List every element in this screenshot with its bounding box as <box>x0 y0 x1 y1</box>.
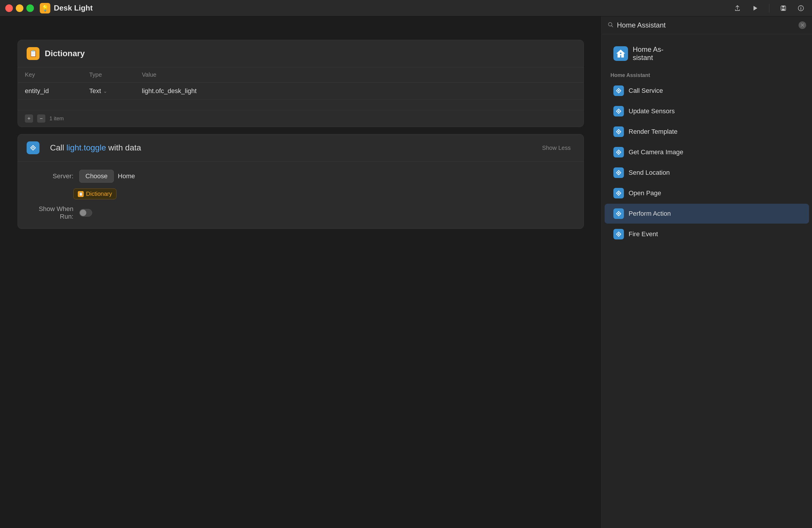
dictionary-card-header: 📋 Dictionary <box>18 40 583 67</box>
badge-label: Dictionary <box>86 190 112 197</box>
call-service-icon <box>613 85 624 96</box>
sidebar-app-name: Home As-sistant <box>633 45 663 62</box>
table-row[interactable]: entity_id Text ⌄ light.ofc_desk_light <box>18 83 583 100</box>
sidebar-item-fire-event[interactable]: Fire Event <box>605 224 809 244</box>
menu-label-update-sensors: Update Sensors <box>628 108 675 115</box>
menu-label-call-service: Call Service <box>628 87 663 95</box>
perform-action-icon <box>613 209 624 219</box>
ha-app-icon <box>613 46 628 61</box>
traffic-lights <box>5 4 34 12</box>
info-button[interactable] <box>795 2 807 14</box>
col-header-type: Type <box>82 67 135 83</box>
search-input[interactable] <box>617 21 795 29</box>
dictionary-badge-row: 📋 Dictionary <box>27 188 575 199</box>
sidebar-item-send-location[interactable]: Send Location <box>605 163 809 183</box>
sidebar-app-item-ha[interactable]: Home As-sistant <box>605 40 809 67</box>
render-template-icon <box>613 126 624 137</box>
item-count: 1 item <box>49 116 64 122</box>
menu-label-fire-event: Fire Event <box>628 230 658 238</box>
search-icon <box>608 22 613 29</box>
show-less-button[interactable]: Show Less <box>538 143 575 153</box>
svg-point-19 <box>618 233 620 235</box>
send-location-icon <box>613 168 624 178</box>
menu-label-perform-action: Perform Action <box>628 210 671 217</box>
sidebar-item-get-camera-image[interactable]: Get Camera Image <box>605 142 809 162</box>
sidebar-content: Home As-sistant Home Assistant Call Serv… <box>602 34 812 528</box>
server-label: Server: <box>27 172 73 180</box>
choose-button[interactable]: Choose <box>79 170 114 183</box>
sidebar-item-call-service[interactable]: Call Service <box>605 81 809 101</box>
play-button[interactable] <box>749 2 761 14</box>
menu-label-get-camera-image: Get Camera Image <box>628 148 683 156</box>
svg-point-17 <box>618 192 620 194</box>
search-clear-button[interactable]: ✕ <box>799 22 806 29</box>
svg-point-12 <box>618 90 620 91</box>
sidebar-item-perform-action[interactable]: Perform Action <box>605 204 809 224</box>
call-method: light.toggle <box>67 143 106 152</box>
titlebar: 💡 Desk Light <box>0 0 812 16</box>
open-page-icon <box>613 188 624 198</box>
menu-label-send-location: Send Location <box>628 169 670 176</box>
save-button[interactable] <box>778 2 789 14</box>
svg-point-8 <box>32 147 34 149</box>
dictionary-icon: 📋 <box>27 47 40 60</box>
dictionary-title: Dictionary <box>45 49 85 58</box>
table-empty-row <box>18 100 583 110</box>
dictionary-card: 📋 Dictionary Key Type Value entity_id <box>17 40 584 127</box>
dictionary-footer: + − 1 item <box>18 110 583 127</box>
get-camera-image-icon <box>613 147 624 157</box>
dictionary-badge[interactable]: 📋 Dictionary <box>73 188 116 199</box>
titlebar-actions <box>731 2 807 14</box>
svg-point-15 <box>618 152 620 153</box>
svg-point-6 <box>801 6 801 7</box>
sidebar-item-render-template[interactable]: Render Template <box>605 122 809 142</box>
call-body: Server: Choose Home 📋 Dictionary Show Wh… <box>18 161 583 229</box>
svg-point-13 <box>618 111 620 112</box>
content-area: 📋 Dictionary Key Type Value entity_id <box>0 16 601 528</box>
svg-point-11 <box>620 52 621 54</box>
svg-rect-2 <box>782 6 784 8</box>
call-card-header: Call light.toggle with data Show Less <box>18 134 583 161</box>
row-value: light.ofc_desk_light <box>135 83 583 100</box>
dictionary-table: Key Type Value entity_id Text ⌄ <box>18 67 583 110</box>
minimize-button[interactable] <box>16 4 24 12</box>
remove-item-button[interactable]: − <box>37 114 45 123</box>
call-card-left: Call light.toggle with data <box>27 141 141 154</box>
fullscreen-button[interactable] <box>26 4 34 12</box>
main-layout: 📋 Dictionary Key Type Value entity_id <box>0 16 812 528</box>
menu-label-open-page: Open Page <box>628 189 661 197</box>
svg-point-18 <box>618 213 620 215</box>
fire-event-icon <box>613 229 624 239</box>
call-icon <box>27 141 40 154</box>
titlebar-divider <box>769 4 769 13</box>
window-title: Desk Light <box>54 3 93 13</box>
col-header-key: Key <box>18 67 82 83</box>
toggle-knob <box>80 210 86 216</box>
call-label: Call light.toggle with data <box>50 143 141 153</box>
svg-rect-3 <box>782 9 785 10</box>
badge-icon: 📋 <box>78 191 84 197</box>
sidebar-section-title: Home Assistant <box>602 69 812 80</box>
show-when-run-toggle[interactable] <box>79 209 92 217</box>
svg-point-16 <box>618 172 620 174</box>
type-chevron-icon[interactable]: ⌄ <box>103 88 107 94</box>
svg-point-14 <box>618 131 620 132</box>
call-card: Call light.toggle with data Show Less Se… <box>17 134 584 229</box>
server-field-row: Server: Choose Home <box>27 170 575 183</box>
svg-marker-0 <box>754 6 757 11</box>
server-value: Home <box>118 172 135 180</box>
add-item-button[interactable]: + <box>25 114 33 123</box>
app-icon: 💡 <box>40 3 50 13</box>
sidebar-item-update-sensors[interactable]: Update Sensors <box>605 101 809 121</box>
row-type: Text ⌄ <box>82 83 135 100</box>
row-key: entity_id <box>18 83 82 100</box>
sidebar: ✕ Home As-sistant Home Assistant <box>601 16 812 528</box>
show-when-run-label: Show When Run: <box>27 205 73 220</box>
share-button[interactable] <box>731 2 743 14</box>
sidebar-item-open-page[interactable]: Open Page <box>605 183 809 203</box>
svg-line-10 <box>612 26 613 27</box>
close-button[interactable] <box>5 4 13 12</box>
sidebar-search: ✕ <box>602 16 812 34</box>
update-sensors-icon <box>613 106 624 116</box>
show-when-run-row: Show When Run: <box>27 205 575 220</box>
